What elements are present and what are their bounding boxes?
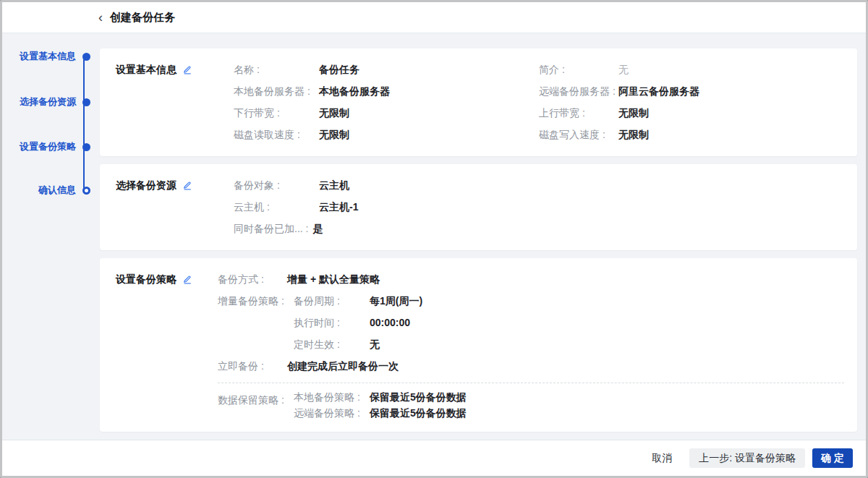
edit-pencil-icon [182,64,192,75]
field-label: 磁盘读取速度 : [234,124,319,145]
card-backup-policy: 设置备份策略备份方式 :增量 + 默认全量策略增量备份策略 :备份周期 :每1周… [100,258,857,432]
field-value: 是 [312,218,323,239]
card-heading-backup-policy: 设置备份策略 [116,268,218,421]
edit-pencil-icon [182,180,192,191]
field-value: 备份任务 [319,59,359,80]
field-row: 磁盘读取速度 :无限制 [234,124,539,145]
page-title: 创建备份任务 [110,11,175,25]
field-group-label: 数据保留策略 : [218,389,294,421]
step-connector-line [83,56,85,191]
field-value: 保留最近5份备份数据 [370,389,467,405]
field-label: 远端备份服务器 : [539,80,618,102]
field-label: 本地备份策略 : [294,389,370,405]
field-row: 备份对象 :云主机 [234,174,539,196]
card-backup-resource: 选择备份资源备份对象 :云主机云主机 :云主机-1同时备份已加... :是 [100,164,857,250]
field-label: 上行带宽 : [539,102,618,124]
footer-bar: 取消 上一步: 设置备份策略 确 定 [2,440,866,478]
card-title: 选择备份资源 [116,174,176,196]
field-row: 远端备份服务器 :阿里云备份服务器 [539,80,844,102]
field-value: 无 [370,333,380,355]
field-grid: 名称 :备份任务本地备份服务器 :本地备份服务器下行带宽 :无限制磁盘读取速度 … [234,59,844,145]
field-row: 简介 :无 [539,59,844,80]
field-row: 上行带宽 :无限制 [539,102,844,124]
field-value: 无限制 [618,124,649,145]
field-label: 简介 : [539,59,618,80]
field-value: 保留最近5份备份数据 [370,405,467,421]
summary-content: 设置基本信息名称 :备份任务本地备份服务器 :本地备份服务器下行带宽 :无限制磁… [100,33,866,440]
edit-basic-info-button[interactable] [182,59,192,80]
field-value: 无限制 [319,124,349,145]
field-row: 下行带宽 :无限制 [234,102,539,124]
edit-backup-resource-button[interactable] [182,174,192,196]
field-value: 云主机-1 [319,196,358,218]
field-value: 创建完成后立即备份一次 [287,355,399,377]
step-label: 选择备份资源 [20,95,76,108]
field-label: 名称 : [234,59,319,80]
field-column: 简介 :无远端备份服务器 :阿里云备份服务器上行带宽 :无限制磁盘写入速度 :无… [539,59,844,145]
sub-fields: 本地备份策略 :保留最近5份备份数据远端备份策略 :保留最近5份备份数据 [294,389,844,421]
field-value: 云主机 [319,174,349,196]
step-dot-hollow-icon [82,187,90,195]
field-value: 本地备份服务器 [319,80,390,102]
field-value: 阿里云备份服务器 [618,80,699,102]
field-row: 本地备份策略 :保留最近5份备份数据 [294,389,844,405]
field-label: 同时备份已加... : [234,218,308,239]
step-dot-filled-icon [82,143,90,151]
field-column: 名称 :备份任务本地备份服务器 :本地备份服务器下行带宽 :无限制磁盘读取速度 … [234,59,539,145]
field-value: 无限制 [618,102,649,124]
field-row: 定时生效 :无 [294,333,844,355]
step-dot-filled-icon [82,98,90,106]
field-label: 云主机 : [234,196,319,218]
field-label: 远端备份策略 : [294,405,370,421]
sidebar-step-backup-resource[interactable]: 选择备份资源 [20,95,90,109]
page-header: ‹ 创建备份任务 [2,2,866,33]
step-sidebar: 设置基本信息选择备份资源设置备份策略确认信息 [2,33,100,440]
app-window: ‹ 创建备份任务 设置基本信息选择备份资源设置备份策略确认信息 设置基本信息名称… [0,0,868,478]
field-group-label: 增量备份策略 : [218,290,294,355]
step-dot-filled-icon [82,53,90,61]
sidebar-step-backup-policy[interactable]: 设置备份策略 [20,140,90,154]
field-value: 增量 + 默认全量策略 [287,268,380,290]
card-title: 设置基本信息 [116,59,176,80]
step-label: 设置基本信息 [20,50,76,63]
sidebar-step-basic-info[interactable]: 设置基本信息 [20,49,90,64]
edit-pencil-icon [182,274,192,285]
field-row: 磁盘写入速度 :无限制 [539,124,844,145]
field-row: 备份周期 :每1周(周一) [294,290,844,312]
card-fields: 备份方式 :增量 + 默认全量策略增量备份策略 :备份周期 :每1周(周一)执行… [218,268,844,421]
back-icon[interactable]: ‹ [98,11,103,24]
main-area: 设置基本信息选择备份资源设置备份策略确认信息 设置基本信息名称 :备份任务本地备… [2,33,866,440]
field-grid: 备份对象 :云主机云主机 :云主机-1同时备份已加... :是 [234,174,844,239]
card-heading-backup-resource: 选择备份资源 [116,174,234,239]
field-label: 下行带宽 : [234,102,319,124]
field-label: 定时生效 : [294,333,370,355]
previous-step-button[interactable]: 上一步: 设置备份策略 [689,448,805,468]
confirm-button[interactable]: 确 定 [812,448,853,468]
field-label: 备份对象 : [234,174,319,196]
field-group-row: 数据保留策略 :本地备份策略 :保留最近5份备份数据远端备份策略 :保留最近5份… [218,389,844,421]
field-label: 执行时间 : [294,312,370,333]
field-row: 立即备份 :创建完成后立即备份一次 [218,355,844,377]
card-heading-basic-info: 设置基本信息 [116,59,234,145]
sidebar-step-confirm-info[interactable]: 确认信息 [38,183,90,197]
field-label: 备份周期 : [294,290,370,312]
field-label: 本地备份服务器 : [234,80,319,102]
field-group-row: 增量备份策略 :备份周期 :每1周(周一)执行时间 :00:00:00定时生效 … [218,290,844,355]
card-fields: 名称 :备份任务本地备份服务器 :本地备份服务器下行带宽 :无限制磁盘读取速度 … [234,59,844,145]
step-label: 设置备份策略 [20,140,76,153]
cancel-button[interactable]: 取消 [652,452,672,465]
field-row: 备份方式 :增量 + 默认全量策略 [218,268,844,290]
field-column: 备份对象 :云主机云主机 :云主机-1同时备份已加... :是 [234,174,539,239]
sub-fields: 备份周期 :每1周(周一)执行时间 :00:00:00定时生效 :无 [294,290,844,355]
field-row: 云主机 :云主机-1 [234,196,539,218]
edit-backup-policy-button[interactable] [182,268,192,290]
field-label: 备份方式 : [218,268,287,290]
card-basic-info: 设置基本信息名称 :备份任务本地备份服务器 :本地备份服务器下行带宽 :无限制磁… [100,48,857,156]
field-row: 远端备份策略 :保留最近5份备份数据 [294,405,844,421]
field-value: 每1周(周一) [370,290,422,312]
field-row: 名称 :备份任务 [234,59,539,80]
field-value: 00:00:00 [370,312,410,333]
field-label: 立即备份 : [218,355,287,377]
field-value: 无 [618,59,629,80]
field-value: 无限制 [319,102,349,124]
